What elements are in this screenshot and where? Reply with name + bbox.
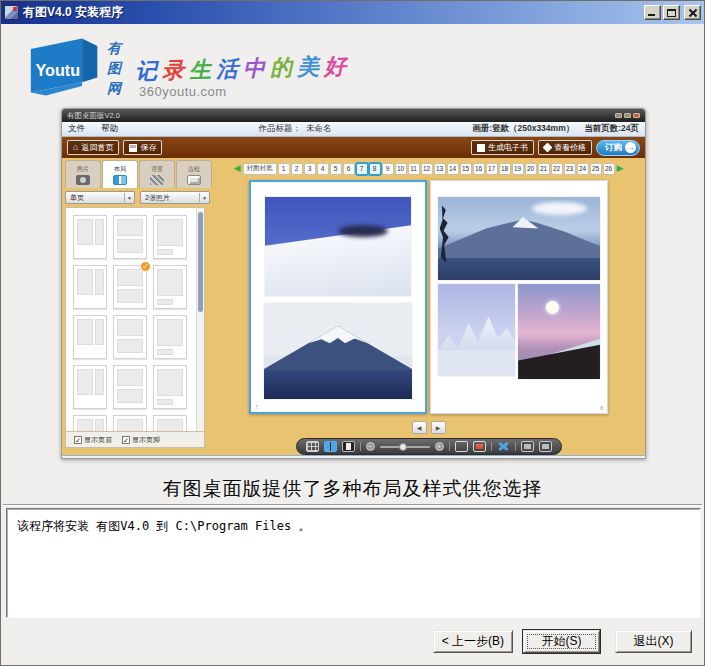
page-button-20[interactable]: 20 <box>525 163 537 175</box>
layout-thumbnail[interactable] <box>113 315 147 359</box>
left-page[interactable]: 7 <box>249 180 427 414</box>
fit-page-icon[interactable] <box>455 441 468 452</box>
app-statusbar: 版权所有 © 2003-2012 有图网(www.360youtu.com) 保… <box>62 455 645 459</box>
page-button-13[interactable]: 13 <box>434 163 446 175</box>
order-button[interactable]: 订购→ <box>596 140 640 156</box>
layout-thumbnail[interactable] <box>73 415 107 432</box>
page-type-dropdown[interactable]: 单页▼ <box>65 191 135 204</box>
preview-icon[interactable] <box>521 441 534 452</box>
page-button-16[interactable]: 16 <box>473 163 485 175</box>
photo-snow-hill[interactable] <box>265 197 411 296</box>
generate-ebook-button[interactable]: 生成电子书 <box>471 140 534 155</box>
page-button-3[interactable]: 3 <box>304 163 316 175</box>
page-button-21[interactable]: 21 <box>538 163 550 175</box>
close-button[interactable] <box>684 5 701 20</box>
layout-thumbnail[interactable] <box>153 315 187 359</box>
page-button-1[interactable]: 1 <box>278 163 290 175</box>
layout-thumbnail[interactable] <box>153 265 187 309</box>
maximize-icon <box>667 9 676 17</box>
layout-thumbnail[interactable] <box>153 215 187 259</box>
order-arrow-icon: → <box>625 142 636 153</box>
view-price-button[interactable]: 查看价格 <box>538 140 592 155</box>
layout-thumbnail[interactable] <box>73 215 107 259</box>
zoom-in-icon[interactable]: + <box>435 442 444 451</box>
menu-file[interactable]: 文件 <box>68 123 85 135</box>
layout-thumbnail[interactable] <box>153 365 187 409</box>
cover-page-button[interactable]: 封面封底 <box>243 163 277 175</box>
page-button-17[interactable]: 17 <box>486 163 498 175</box>
layout-thumbnail[interactable] <box>73 315 107 359</box>
page-button-15[interactable]: 15 <box>460 163 472 175</box>
zoom-slider[interactable] <box>380 446 430 448</box>
tab-layout[interactable]: 布局 <box>102 160 138 188</box>
save-button[interactable]: 保存 <box>123 140 162 155</box>
photo-mount-fuji[interactable] <box>264 303 412 400</box>
show-footer-checkbox[interactable]: ✓显示页脚 <box>122 435 160 445</box>
page-button-18[interactable]: 18 <box>499 163 511 175</box>
pagebar-left-arrow-icon[interactable]: ◀ <box>234 164 241 173</box>
layout-thumbnail[interactable]: ✓ <box>113 265 147 309</box>
page-button-22[interactable]: 22 <box>551 163 563 175</box>
doc-title-label: 作品标题： <box>259 123 302 135</box>
page-button-6[interactable]: 6 <box>343 163 355 175</box>
window-controls <box>644 5 701 20</box>
prev-spread-button[interactable]: ◀ <box>412 421 427 434</box>
svg-text:Youtu: Youtu <box>36 61 81 79</box>
exit-button[interactable]: 退出(X) <box>615 630 692 653</box>
export-icon[interactable] <box>539 441 552 452</box>
layout-thumbnail[interactable] <box>153 415 187 432</box>
page-button-8[interactable]: 8 <box>369 163 381 175</box>
start-button[interactable]: 开始(S) <box>523 630 600 653</box>
page-button-2[interactable]: 2 <box>291 163 303 175</box>
zoom-out-icon[interactable]: − <box>366 442 375 451</box>
home-button[interactable]: ⌂返回首页 <box>67 140 119 155</box>
tab-background[interactable]: 背景 <box>139 160 175 188</box>
layout-thumbnail[interactable] <box>73 265 107 309</box>
fit-width-icon[interactable] <box>473 441 486 452</box>
layout-thumbnail[interactable] <box>113 215 147 259</box>
page-button-26[interactable]: 26 <box>603 163 615 175</box>
layout-thumbnail[interactable] <box>113 365 147 409</box>
photo-moon-sky[interactable] <box>518 284 600 379</box>
page-button-10[interactable]: 10 <box>395 163 407 175</box>
scrollbar-thumb[interactable] <box>198 212 203 312</box>
menu-help[interactable]: 帮助 <box>101 123 118 135</box>
tab-frame[interactable]: 边框 <box>176 160 212 188</box>
swap-pages-icon[interactable] <box>497 441 510 452</box>
right-page[interactable]: 8 <box>430 180 608 414</box>
photo-count-dropdown[interactable]: 2张照片▼ <box>140 191 210 204</box>
show-header-checkbox[interactable]: ✓显示页眉 <box>74 435 112 445</box>
grid-view-icon[interactable] <box>306 441 319 452</box>
qq-chat-badge[interactable]: 点击交谈 <box>532 458 575 460</box>
tab-photos[interactable]: 图片 <box>65 160 101 188</box>
page-button-19[interactable]: 19 <box>512 163 524 175</box>
next-spread-button[interactable]: ▶ <box>431 421 446 434</box>
panel-scrollbar[interactable] <box>196 208 204 431</box>
logo-vertical-name: 有图网 <box>107 38 121 98</box>
spread-view-icon[interactable] <box>324 441 337 452</box>
photo-snow-peaks[interactable] <box>438 284 515 376</box>
zoom-slider-thumb[interactable] <box>399 443 407 451</box>
page-button-5[interactable]: 5 <box>330 163 342 175</box>
maximize-button[interactable] <box>663 5 680 20</box>
setup-icon <box>4 5 19 20</box>
page-button-7[interactable]: 7 <box>356 163 368 175</box>
page-count-info: 当前页数:24页 <box>584 123 639 135</box>
page-button-9[interactable]: 9 <box>382 163 394 175</box>
page-button-24[interactable]: 24 <box>577 163 589 175</box>
slogan-char: 中 <box>243 55 271 81</box>
slogan-char: 录 <box>162 57 190 83</box>
layout-thumbnail[interactable] <box>73 365 107 409</box>
layout-thumbnail[interactable] <box>113 415 147 432</box>
minimize-button[interactable] <box>644 5 661 20</box>
page-button-11[interactable]: 11 <box>408 163 420 175</box>
page-button-4[interactable]: 4 <box>317 163 329 175</box>
pagebar-right-arrow-icon[interactable]: ▶ <box>617 164 624 173</box>
page-button-25[interactable]: 25 <box>590 163 602 175</box>
page-button-12[interactable]: 12 <box>421 163 433 175</box>
photo-volcano-sea[interactable] <box>438 197 600 279</box>
page-button-14[interactable]: 14 <box>447 163 459 175</box>
back-button[interactable]: < 上一步(B) <box>433 630 513 653</box>
single-view-icon[interactable] <box>342 441 355 452</box>
page-button-23[interactable]: 23 <box>564 163 576 175</box>
